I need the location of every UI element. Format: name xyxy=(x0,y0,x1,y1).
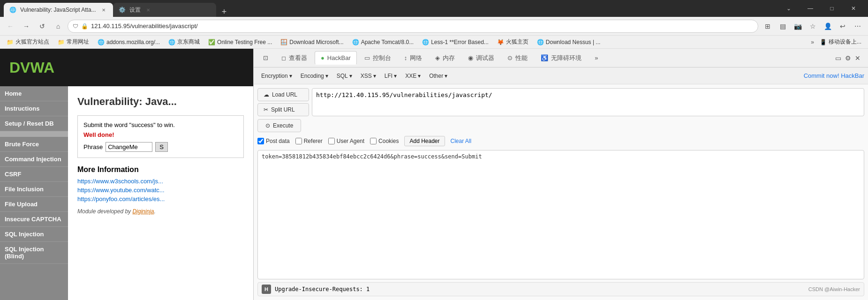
screenshot-icon[interactable]: 📷 xyxy=(791,20,804,33)
dvwa-submit-button[interactable]: S xyxy=(155,142,168,152)
execute-button[interactable]: ⊙ Execute xyxy=(257,119,301,132)
tab-settings[interactable]: ⚙️ 设置 ✕ xyxy=(113,3,216,17)
sidebar-item-insecure-captcha[interactable]: Insecure CAPTCHA xyxy=(0,212,68,227)
devtools-settings-icon[interactable]: ⚙ xyxy=(845,54,851,62)
reader-icon[interactable]: ▤ xyxy=(776,20,789,33)
hackbar-menu-encryption[interactable]: Encryption ▾ xyxy=(257,71,296,81)
sidebar-item-home[interactable]: Home xyxy=(0,86,68,101)
devtools-tab-console[interactable]: ▭ 控制台 xyxy=(359,51,397,65)
referer-checkbox[interactable] xyxy=(295,138,302,144)
bookmark-less1-icon: 🌐 xyxy=(422,39,429,45)
tab-close-button[interactable]: ✕ xyxy=(100,6,107,14)
bookmark-nessus[interactable]: 🌐 Download Nessus | ... xyxy=(534,38,604,46)
dvwa-module-link[interactable]: Digininja xyxy=(132,208,154,215)
devtools-tab-debugger[interactable]: ◉ 调试器 xyxy=(462,51,500,65)
dvwa-logo-text: DVW xyxy=(9,59,44,76)
profile-icon[interactable]: 👤 xyxy=(821,20,834,33)
sidebar-item-command-injection[interactable]: Command Injection xyxy=(0,152,68,167)
post-data-textarea[interactable]: token=38581812b435834ebf84ebcc2c6424d6&p… xyxy=(257,150,864,279)
bookmark-firefox-home-icon: 🦊 xyxy=(497,39,504,45)
sidebar-item-csrf[interactable]: CSRF xyxy=(0,167,68,182)
hackbar-menu-sql[interactable]: SQL ▾ xyxy=(333,71,356,81)
tab-settings-close[interactable]: ✕ xyxy=(144,6,152,14)
hackbar-execute-row: ⊙ Execute xyxy=(257,119,864,132)
forward-button[interactable]: → xyxy=(20,20,33,33)
bookmark-tomcat[interactable]: 🌐 Apache Tomcat/8.0... xyxy=(349,38,417,46)
header-right-label: CSDN @Aiwin-Hacker xyxy=(808,286,860,292)
hackbar-menu-lfi[interactable]: LFI ▾ xyxy=(381,71,400,81)
devtools-tab-selector[interactable]: ⊡ xyxy=(257,52,274,64)
sidebar-item-instructions[interactable]: Instructions xyxy=(0,101,68,116)
bookmark-microsoft[interactable]: 🪟 Download Microsoft... xyxy=(278,38,346,46)
bookmark-mobile[interactable]: 📱 移动设备上... xyxy=(817,37,864,47)
devtools-tab-hackbar[interactable]: ● HackBar xyxy=(315,51,357,65)
devtools-tab-accessibility[interactable]: ♿ 无障碍环境 xyxy=(535,51,587,65)
user-agent-checkbox[interactable] xyxy=(328,138,335,144)
sidebar-item-file-upload[interactable]: File Upload xyxy=(0,197,68,212)
home-button[interactable]: ⌂ xyxy=(52,20,65,33)
history-icon[interactable]: ↩ xyxy=(836,20,849,33)
devtools-tab-more[interactable]: » xyxy=(589,52,604,64)
dvwa-phrase-input[interactable] xyxy=(106,142,152,152)
load-url-button[interactable]: ☁ Load URL xyxy=(257,88,309,101)
accessibility-icon: ♿ xyxy=(541,54,548,61)
post-data-checkbox[interactable] xyxy=(257,138,264,144)
bookmark-common-icon: 📁 xyxy=(58,39,65,45)
close-button[interactable]: ✕ xyxy=(843,0,864,17)
window-controls: ⌄ — □ ✕ xyxy=(778,0,864,17)
devtools-close-icon[interactable]: ✕ xyxy=(855,54,860,62)
bookmark-tomcat-icon: 🌐 xyxy=(352,39,359,45)
bookmark-addons[interactable]: 🌐 addons.mozilla.org/... xyxy=(95,38,163,46)
dvwa-link-1[interactable]: https://www.w3schools.com/js... xyxy=(77,178,244,185)
hackbar-menu-other[interactable]: Other ▾ xyxy=(425,71,451,81)
back-button[interactable]: ← xyxy=(4,20,17,33)
referer-label: Referer xyxy=(304,138,323,144)
devtools-tab-inspector[interactable]: ◻ 查看器 xyxy=(276,51,313,65)
bookmark-testing[interactable]: ✅ Online Testing Free ... xyxy=(205,38,275,46)
split-url-button[interactable]: ✂ Split URL xyxy=(257,103,309,116)
add-header-button[interactable]: Add Header xyxy=(404,136,445,146)
devtools-tab-network[interactable]: ↕ 网络 xyxy=(399,51,428,65)
bookmark-common[interactable]: 📁 常用网址 xyxy=(55,37,92,47)
more-tools-icon[interactable]: ⋯ xyxy=(851,20,864,33)
refresh-button[interactable]: ↺ xyxy=(36,20,49,33)
new-tab-button[interactable]: + xyxy=(216,7,233,17)
nav-bar: ← → ↺ ⌂ 🛡 🔒 121.40.115.95/vulnerabilitie… xyxy=(0,17,868,36)
bookmark-jd[interactable]: 🌐 京东商城 xyxy=(166,37,203,47)
bookmark-icon[interactable]: ☆ xyxy=(806,20,819,33)
bookmark-firefox-home[interactable]: 🦊 火狐主页 xyxy=(494,37,531,47)
sidebar-item-file-inclusion[interactable]: File Inclusion xyxy=(0,182,68,197)
hackbar-menu-xxe[interactable]: XXE ▾ xyxy=(401,71,424,81)
user-agent-label: User Agent xyxy=(337,138,364,144)
sidebar-item-brute-force[interactable]: Brute Force xyxy=(0,137,68,152)
sidebar-item-sql-injection-blind[interactable]: SQL Injection (Blind) xyxy=(0,242,68,264)
bookmark-firefox[interactable]: 📁 火狐官方站点 xyxy=(4,37,52,47)
hackbar-main: ☁ Load URL ✂ Split URL http://121.40.115… xyxy=(254,84,868,300)
bookmark-tomcat-label: Apache Tomcat/8.0... xyxy=(361,39,414,45)
sidebar-item-sql-injection[interactable]: SQL Injection xyxy=(0,227,68,242)
bookmark-less1[interactable]: 🌐 Less-1 **Error Based... xyxy=(419,38,491,46)
cookies-checkbox[interactable] xyxy=(370,138,377,144)
dvwa-link-3[interactable]: https://ponyfoo.com/articles/es... xyxy=(77,195,244,202)
devtools-tab-performance[interactable]: ⊙ 性能 xyxy=(502,51,533,65)
hackbar-menu-xss[interactable]: XSS ▾ xyxy=(357,71,380,81)
tab-active[interactable]: 🌐 Vulnerability: JavaScript Atta... ✕ xyxy=(4,3,113,17)
devtools-frame-icon[interactable]: ▭ xyxy=(835,54,841,62)
dvwa-link-2[interactable]: https://www.youtube.com/watc... xyxy=(77,187,244,194)
address-bar[interactable]: 🛡 🔒 121.40.115.95/vulnerabilities/javasc… xyxy=(68,20,758,33)
tab-list-button[interactable]: ⌄ xyxy=(778,0,800,17)
maximize-button[interactable]: □ xyxy=(821,0,843,17)
sidebar-item-setup[interactable]: Setup / Reset DB xyxy=(0,116,68,131)
minimize-button[interactable]: — xyxy=(800,0,821,17)
bookmarks-more-button[interactable]: » xyxy=(811,39,814,45)
extensions-icon[interactable]: ⊞ xyxy=(761,20,774,33)
hackbar-menu-encoding[interactable]: Encoding ▾ xyxy=(297,71,332,81)
devtools-tab-memory[interactable]: ◈ 内存 xyxy=(430,51,460,65)
hackbar-commit-button[interactable]: Commit now! HackBar xyxy=(804,72,864,79)
bookmark-nessus-icon: 🌐 xyxy=(537,39,544,45)
bookmark-nessus-label: Download Nessus | ... xyxy=(546,39,601,45)
tab-settings-title: 设置 xyxy=(129,6,141,14)
url-input[interactable]: http://121.40.115.95/vulnerabilities/jav… xyxy=(312,88,864,116)
debugger-icon: ◉ xyxy=(468,54,473,61)
clear-all-button[interactable]: Clear All xyxy=(451,138,472,144)
